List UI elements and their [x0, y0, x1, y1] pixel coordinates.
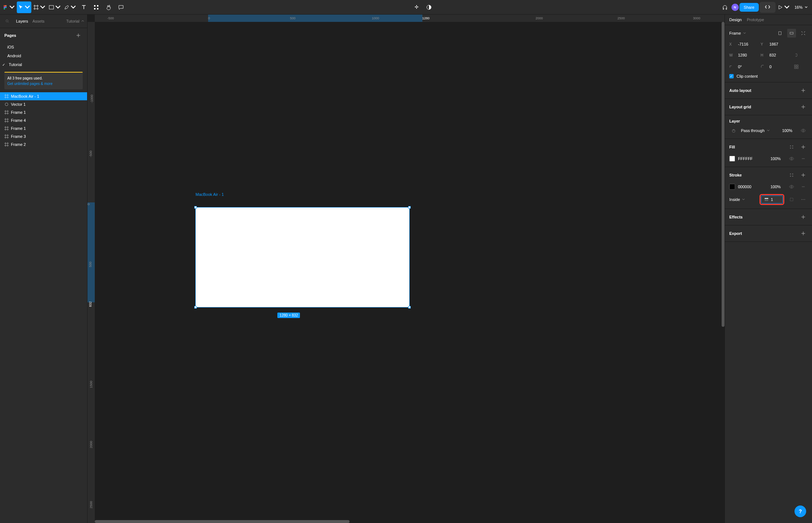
rotation-input[interactable]: [737, 63, 758, 70]
add-stroke-button[interactable]: [799, 171, 808, 179]
add-export-button[interactable]: [799, 229, 808, 238]
stroke-hex-value[interactable]: 000000: [738, 185, 752, 189]
add-page-button[interactable]: [74, 31, 83, 40]
layer-visibility-button[interactable]: [799, 126, 808, 135]
stroke-styles-button[interactable]: [787, 171, 796, 179]
frame-type-dropdown[interactable]: Frame: [729, 31, 746, 35]
blend-mode-icon[interactable]: [729, 126, 738, 135]
tab-assets[interactable]: Assets: [32, 19, 44, 23]
toolbar: N Share 16%: [0, 0, 812, 15]
selected-frame[interactable]: [195, 207, 410, 307]
move-tool-button[interactable]: [17, 1, 31, 13]
add-fill-button[interactable]: [799, 143, 808, 151]
svg-rect-16: [797, 65, 798, 66]
hand-tool-button[interactable]: [103, 1, 114, 13]
stroke-advanced-button[interactable]: [799, 195, 808, 204]
ai-button[interactable]: [411, 1, 422, 13]
tab-prototype[interactable]: Prototype: [747, 18, 764, 22]
layer-item[interactable]: Frame 1: [0, 124, 87, 132]
comment-tool-button[interactable]: [115, 1, 127, 13]
resize-fill-button[interactable]: [787, 29, 796, 38]
present-button[interactable]: [776, 1, 791, 13]
stroke-opacity-input[interactable]: [769, 183, 784, 190]
layer-item[interactable]: Frame 2: [0, 140, 87, 148]
pen-tool-button[interactable]: [63, 1, 77, 13]
search-icon[interactable]: [3, 17, 12, 26]
frame-icon: [4, 126, 9, 131]
resources-button[interactable]: [90, 1, 102, 13]
x-input[interactable]: [737, 40, 758, 48]
resize-fixed-button[interactable]: [799, 29, 808, 38]
add-auto-layout-button[interactable]: [799, 86, 808, 95]
stroke-label: Stroke: [729, 173, 742, 177]
main-menu-button[interactable]: [1, 1, 16, 13]
page-item-android[interactable]: Android: [0, 51, 87, 60]
tab-design[interactable]: Design: [729, 18, 742, 22]
dark-mode-button[interactable]: [423, 1, 435, 13]
svg-rect-6: [94, 5, 95, 7]
styles-icon: [789, 145, 794, 149]
audio-button[interactable]: [719, 1, 731, 13]
stroke-swatch[interactable]: [729, 184, 735, 190]
frame-label[interactable]: MacBook Air - 1: [195, 192, 224, 197]
horizontal-scrollbar[interactable]: [95, 520, 350, 523]
stroke-visibility-button[interactable]: [787, 182, 796, 191]
svg-point-23: [790, 148, 791, 149]
layer-item[interactable]: Frame 4: [0, 116, 87, 124]
effects-label: Effects: [729, 215, 743, 219]
text-tool-button[interactable]: [78, 1, 90, 13]
avatar[interactable]: N: [731, 4, 739, 11]
remove-fill-button[interactable]: [799, 154, 808, 163]
resize-handle-sw[interactable]: [194, 306, 197, 309]
tab-layers[interactable]: Layers: [16, 19, 28, 23]
shape-tool-button[interactable]: [47, 1, 62, 13]
layer-item[interactable]: Frame 3: [0, 132, 87, 140]
file-name-dropdown[interactable]: Tutorial: [66, 19, 84, 23]
corner-radius-input[interactable]: [768, 63, 789, 70]
resize-handle-se[interactable]: [408, 306, 411, 309]
page-item-ios[interactable]: iOS: [0, 43, 87, 51]
layer-item[interactable]: MacBook Air - 1: [0, 92, 87, 100]
stroke-width-input[interactable]: [771, 197, 780, 202]
add-layout-grid-button[interactable]: [799, 102, 808, 111]
share-button[interactable]: Share: [739, 3, 759, 12]
remove-stroke-button[interactable]: [799, 182, 808, 191]
dimension-label: 1280 × 832: [277, 313, 300, 318]
frame-tool-button[interactable]: [32, 1, 47, 13]
independent-corners-button[interactable]: [792, 62, 801, 71]
stroke-per-side-button[interactable]: [787, 195, 796, 204]
svg-rect-0: [4, 5, 5, 7]
add-effect-button[interactable]: [799, 213, 808, 221]
constrain-proportions-button[interactable]: [792, 51, 801, 59]
upgrade-link[interactable]: Get unlimited pages & more: [7, 82, 52, 86]
svg-point-19: [732, 129, 735, 132]
fill-styles-button[interactable]: [787, 143, 796, 151]
fill-opacity-input[interactable]: [769, 155, 784, 162]
vertical-scrollbar[interactable]: [722, 22, 725, 327]
clip-content-checkbox[interactable]: ✓: [729, 74, 734, 78]
layer-item[interactable]: Frame 1: [0, 108, 87, 116]
resize-fit-button[interactable]: [776, 29, 784, 38]
height-input[interactable]: [768, 51, 789, 59]
pages-label: Pages: [4, 33, 16, 38]
resize-handle-ne[interactable]: [408, 206, 411, 209]
fill-hex-value[interactable]: FFFFFF: [738, 156, 753, 161]
layer-item[interactable]: Vector 1: [0, 100, 87, 108]
blend-mode-dropdown[interactable]: Pass through: [741, 128, 770, 133]
page-item-tutorial[interactable]: Tutorial: [0, 60, 87, 69]
resize-handle-nw[interactable]: [194, 206, 197, 209]
stroke-side-dropdown[interactable]: Inside: [729, 197, 745, 202]
export-label: Export: [729, 231, 742, 236]
headphones-icon: [722, 4, 728, 10]
left-panel: Layers Assets Tutorial Pages iOS Android…: [0, 15, 87, 523]
zoom-dropdown[interactable]: 16%: [792, 5, 811, 9]
width-input[interactable]: [737, 51, 758, 59]
fill-visibility-button[interactable]: [787, 154, 796, 163]
fill-swatch[interactable]: [729, 156, 735, 162]
dev-mode-button[interactable]: [760, 2, 776, 13]
canvas[interactable]: -500 0 500 1000 1280 2000 2500 3000 -100…: [87, 15, 725, 523]
help-button[interactable]: ?: [795, 505, 806, 517]
layer-opacity-input[interactable]: [781, 127, 796, 134]
y-input[interactable]: [768, 40, 789, 48]
ruler-horizontal: -500 0 500 1000 1280 2000 2500 3000: [95, 15, 725, 22]
